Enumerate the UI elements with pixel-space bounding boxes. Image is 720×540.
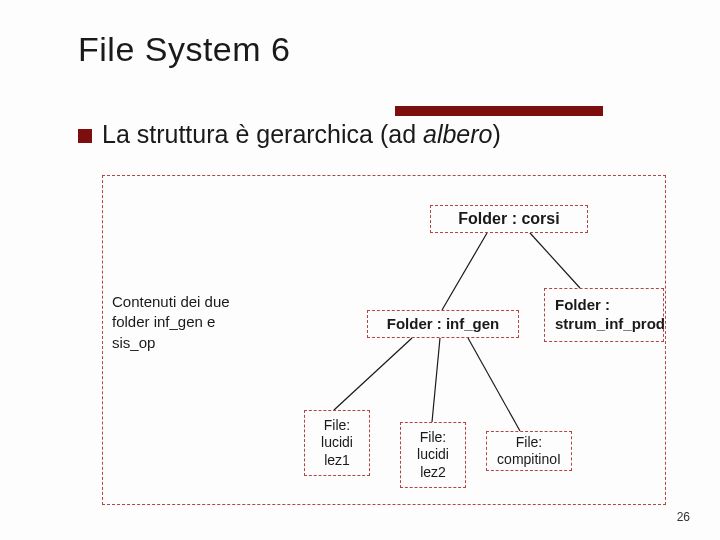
bullet-part-c: ) [493, 120, 501, 148]
node-file-lez1: File: lucidi lez1 [304, 410, 370, 476]
node-file-compitino: File: compitinoI [486, 431, 572, 471]
svg-line-3 [432, 338, 440, 422]
node-folder-corsi: Folder : corsi [430, 205, 588, 233]
svg-line-2 [334, 338, 412, 410]
bullet-text: La struttura è gerarchica (ad albero) [102, 120, 501, 149]
bullet-part-italic: albero [423, 120, 493, 148]
bullet-part-a: La struttura è gerarchica (ad [102, 120, 423, 148]
node-folder-strum: Folder : strum_inf_prod [544, 288, 664, 342]
svg-line-0 [442, 233, 487, 310]
square-bullet-icon [78, 129, 92, 143]
slide: File System 6 La struttura è gerarchica … [0, 0, 720, 540]
side-caption: Contenuti dei due folder inf_gen e sis_o… [102, 286, 272, 359]
page-number: 26 [677, 510, 690, 524]
bullet-item: La struttura è gerarchica (ad albero) [78, 120, 501, 149]
node-file-lez2: File: lucidi lez2 [400, 422, 466, 488]
svg-line-4 [468, 338, 520, 431]
tree-diagram: Contenuti dei due folder inf_gen e sis_o… [102, 175, 666, 505]
slide-title: File System 6 [78, 30, 290, 69]
title-underline [395, 106, 603, 116]
node-folder-infgen: Folder : inf_gen [367, 310, 519, 338]
svg-line-1 [530, 233, 580, 288]
